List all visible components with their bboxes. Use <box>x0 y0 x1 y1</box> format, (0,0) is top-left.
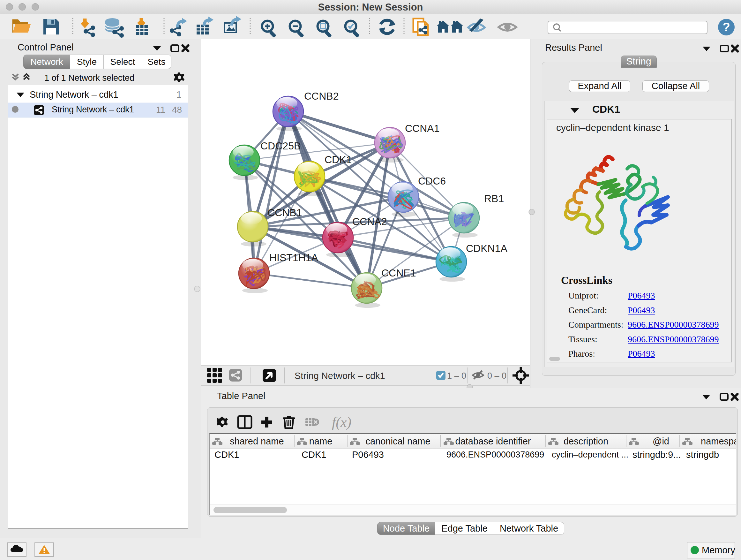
svg-text:CDKN1A: CDKN1A <box>466 243 508 254</box>
svg-text:description: description <box>563 436 608 446</box>
svg-text:CDC25B: CDC25B <box>260 140 300 152</box>
svg-text:CCNA1: CCNA1 <box>405 123 440 134</box>
svg-text:CCNB1: CCNB1 <box>267 207 302 219</box>
svg-text:String Network – cdk1: String Network – cdk1 <box>294 371 385 381</box>
svg-text:CDK1: CDK1 <box>325 154 352 165</box>
svg-text:RB1: RB1 <box>484 193 504 204</box>
svg-text:CCNE1: CCNE1 <box>381 267 416 279</box>
svg-text:0 – 0: 0 – 0 <box>487 371 507 381</box>
svg-text:f(x): f(x) <box>332 415 351 430</box>
svg-text:namespace: namespace <box>701 436 736 446</box>
svg-text:HIST1H1A: HIST1H1A <box>269 252 319 263</box>
svg-text:database identifier: database identifier <box>455 436 531 446</box>
svg-text:CCNB2: CCNB2 <box>304 90 339 102</box>
svg-text:?: ? <box>723 20 730 34</box>
svg-text:canonical name: canonical name <box>365 436 430 446</box>
svg-text:CDC6: CDC6 <box>418 175 446 187</box>
svg-text:1 – 0: 1 – 0 <box>447 371 466 381</box>
svg-text:@id: @id <box>653 436 669 446</box>
svg-text:shared name: shared name <box>230 436 284 446</box>
svg-text:CCNA2: CCNA2 <box>352 216 387 227</box>
svg-text:name: name <box>309 436 333 446</box>
